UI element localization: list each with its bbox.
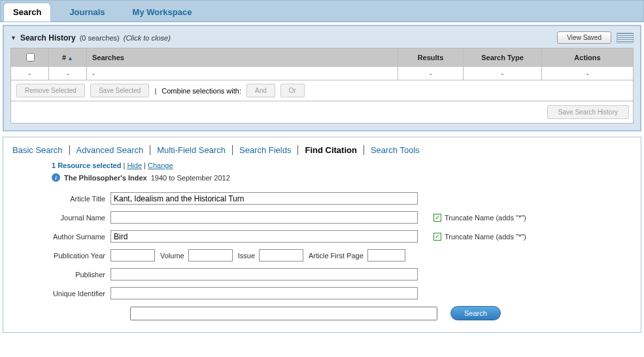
main-tab-bar: Search Journals My Workspace	[0, 0, 644, 22]
search-history-hint: (Click to close)	[124, 34, 171, 42]
issue-input[interactable]	[259, 249, 303, 262]
subtab-advanced-search[interactable]: Advanced Search	[69, 145, 150, 155]
publisher-label: Publisher	[32, 271, 110, 279]
resource-summary: 1 Resource selected | Hide | Change	[52, 162, 632, 169]
combine-or-button[interactable]: Or	[280, 84, 305, 97]
search-history-table: #▲ Searches Results Search Type Actions …	[10, 48, 634, 124]
search-history-title[interactable]: Search History	[20, 33, 76, 42]
truncate-journal-label: Truncate Name (adds "*")	[445, 214, 526, 222]
drag-handle-icon[interactable]	[617, 33, 634, 43]
subtab-multi-field-search[interactable]: Multi-Field Search	[150, 145, 232, 155]
article-title-label: Article Title	[32, 195, 110, 203]
col-results[interactable]: Results	[398, 48, 464, 67]
find-citation-form: Article Title Journal Name Truncate Name…	[32, 192, 632, 320]
database-range: 1940 to September 2012	[151, 174, 230, 182]
sort-asc-icon: ▲	[67, 55, 73, 61]
col-searches[interactable]: Searches	[87, 48, 398, 67]
save-search-history-button[interactable]: Save Search History	[547, 105, 629, 119]
search-history-count: (0 searches)	[80, 34, 120, 42]
volume-input[interactable]	[188, 249, 233, 262]
publication-year-label: Publication Year	[32, 252, 110, 260]
col-search-type[interactable]: Search Type	[464, 48, 542, 67]
unique-identifier-input[interactable]	[110, 287, 418, 299]
combine-and-button[interactable]: And	[246, 84, 275, 97]
truncate-author-label: Truncate Name (adds "*")	[445, 233, 526, 241]
journal-name-input[interactable]	[110, 211, 418, 224]
select-all-checkbox[interactable]	[26, 53, 35, 61]
tab-journals[interactable]: Journals	[60, 3, 114, 21]
col-number[interactable]: #▲	[49, 48, 87, 67]
search-panel: Basic Search Advanced Search Multi-Field…	[3, 137, 641, 333]
author-surname-input[interactable]	[110, 230, 418, 243]
subtab-find-citation[interactable]: Find Citation	[297, 145, 363, 155]
truncate-journal-checkbox[interactable]	[433, 214, 441, 222]
volume-label: Volume	[160, 252, 184, 260]
subtab-search-tools[interactable]: Search Tools	[364, 145, 426, 155]
table-row: - - - - - -	[11, 67, 634, 80]
subtab-basic-search[interactable]: Basic Search	[12, 145, 69, 155]
first-page-label: Article First Page	[309, 252, 364, 260]
remove-selected-button[interactable]: Remove Selected	[16, 84, 85, 97]
publication-year-input[interactable]	[110, 249, 155, 262]
combine-divider: |	[154, 87, 156, 95]
hide-link[interactable]: Hide	[127, 162, 142, 169]
collapse-caret-icon[interactable]: ▼	[10, 35, 16, 41]
change-link[interactable]: Change	[148, 162, 173, 169]
combine-label: Combine selections with:	[161, 87, 241, 95]
search-history-panel: ▼ Search History (0 searches) (Click to …	[3, 25, 641, 131]
info-icon[interactable]: i	[52, 173, 60, 182]
tab-search[interactable]: Search	[3, 3, 51, 22]
publisher-input[interactable]	[110, 268, 418, 280]
search-button[interactable]: Search	[450, 306, 501, 320]
first-page-input[interactable]	[367, 249, 405, 262]
save-selected-button[interactable]: Save Selected	[90, 84, 150, 97]
database-name: The Philosopher's Index	[64, 174, 147, 182]
tab-my-workspace[interactable]: My Workspace	[124, 3, 201, 21]
author-surname-label: Author Surname	[32, 233, 110, 241]
issue-label: Issue	[238, 252, 255, 260]
doi-input[interactable]	[130, 307, 437, 320]
view-saved-button[interactable]: View Saved	[557, 31, 611, 44]
truncate-author-checkbox[interactable]	[433, 233, 441, 241]
journal-name-label: Journal Name	[32, 214, 110, 222]
unique-identifier-label: Unique Identifier	[32, 290, 110, 298]
article-title-input[interactable]	[110, 192, 418, 205]
search-sub-tabs: Basic Search Advanced Search Multi-Field…	[12, 145, 632, 155]
col-actions: Actions	[542, 48, 634, 67]
subtab-search-fields[interactable]: Search Fields	[232, 145, 297, 155]
